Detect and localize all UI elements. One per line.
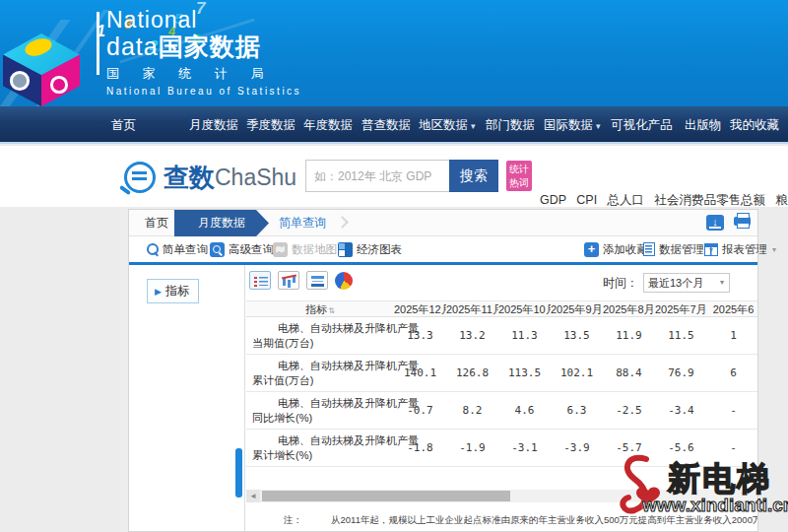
cell-value: 8.2 bbox=[446, 404, 498, 417]
cell-value: 6 bbox=[707, 366, 757, 379]
column-header[interactable]: 2025年11月⇅ bbox=[446, 301, 498, 316]
logo-divider-bar bbox=[97, 12, 99, 75]
report-manage-button[interactable]: 报表管理▾ bbox=[704, 236, 776, 262]
cell-value: -0.7 bbox=[394, 404, 446, 417]
brand-english-line2: data bbox=[106, 33, 159, 60]
table-view-icon[interactable] bbox=[249, 271, 271, 290]
search-button[interactable]: 搜索 bbox=[449, 160, 498, 192]
advanced-query-button[interactable]: 高级查询 bbox=[210, 236, 274, 262]
cell-value: -5.7 bbox=[603, 441, 655, 454]
table-row: 电梯、自动扶梯及升降机产量累计值(万台) 140.1 126.8 113.5 1… bbox=[246, 355, 757, 392]
cell-value: - bbox=[707, 441, 757, 454]
row-label: 电梯、自动扶梯及升降机产量当期值(万台) bbox=[246, 321, 394, 351]
data-table-area: 时间： 最近13个月▾ 指标⇅ 2025年12月⇅ 2025年11月⇅ 2025… bbox=[246, 265, 757, 531]
breadcrumb-simple-query[interactable]: 简单查询 bbox=[279, 210, 326, 236]
cell-value: -1.8 bbox=[394, 441, 446, 454]
footnote-prefix: 注： bbox=[284, 514, 302, 527]
advanced-search-icon bbox=[210, 242, 225, 257]
nav-item-departments[interactable]: 部门数据 bbox=[486, 106, 535, 144]
breadcrumb: 首页 月度数据 简单查询 ↓ bbox=[129, 210, 757, 236]
site-header: 7 5 3 4 6 1 2 National data国家数据 国 家 统 计 … bbox=[0, 0, 788, 106]
nav-item-visualization[interactable]: 可视化产品 bbox=[611, 106, 673, 144]
breadcrumb-home[interactable]: 首页 bbox=[145, 210, 168, 236]
chart-icon bbox=[338, 242, 353, 257]
tab-monthly-data[interactable]: 月度数据 bbox=[174, 210, 269, 236]
footnote: 注： 从2011年起，规模以上工业企业起点标准由原来的年主营业务收入500万元提… bbox=[246, 511, 757, 531]
column-header[interactable]: 2025年6 bbox=[707, 301, 757, 316]
main-nav: 首页 月度数据 季度数据 年度数据 普查数据 地区数据▾ 部门数据 国际数据▾ … bbox=[0, 106, 788, 144]
chashu-brand-en: ChaShu bbox=[215, 165, 296, 191]
cell-value: 126.8 bbox=[446, 366, 498, 379]
chashu-magnifier-icon bbox=[124, 162, 156, 193]
nav-item-publications[interactable]: 出版物 bbox=[685, 106, 722, 144]
chashu-brand-cn: 查数 bbox=[164, 161, 215, 195]
indicator-tree-button[interactable]: ▶指标 bbox=[147, 279, 199, 303]
cell-value: 13.2 bbox=[446, 329, 498, 342]
horizontal-scrollbar-thumb[interactable] bbox=[262, 491, 510, 501]
brand-english-line1: National bbox=[106, 8, 301, 33]
column-header[interactable]: 2025年8月⇅ bbox=[603, 301, 655, 316]
query-panel: 首页 月度数据 简单查询 ↓ 简单查询 高级查询 数据地图 经济图表 +添加收藏… bbox=[128, 209, 758, 532]
view-toggle-group bbox=[249, 271, 353, 290]
cell-value: 13.5 bbox=[551, 329, 603, 342]
hbar-chart-view-icon[interactable] bbox=[306, 271, 328, 290]
search-input[interactable] bbox=[305, 160, 449, 192]
document-icon bbox=[643, 242, 655, 256]
column-header-indicator[interactable]: 指标⇅ bbox=[246, 301, 394, 316]
pie-chart-view-icon[interactable] bbox=[335, 272, 353, 290]
column-header[interactable]: 2025年9月⇅ bbox=[551, 301, 603, 316]
print-icon[interactable] bbox=[734, 217, 751, 226]
plus-icon: + bbox=[584, 242, 599, 257]
data-manage-button[interactable]: 数据管理▾ bbox=[643, 236, 713, 262]
footnote-text: 从2011年起，规模以上工业企业起点标准由原来的年主营业务收入500万元提高到年… bbox=[331, 514, 757, 527]
column-header[interactable]: 2025年12月⇅ bbox=[394, 301, 446, 316]
cell-value: -3.4 bbox=[655, 404, 707, 417]
horizontal-scrollbar[interactable]: ◄ bbox=[246, 490, 757, 502]
row-label: 电梯、自动扶梯及升降机产量同比增长(%) bbox=[246, 396, 394, 426]
simple-query-button[interactable]: 简单查询 bbox=[147, 236, 208, 262]
chashu-search-bar: 查数 ChaShu 搜索 统计 热词 GDP CPI 总人口 社会消费品零售总额… bbox=[0, 146, 788, 207]
add-favorite-button[interactable]: +添加收藏 bbox=[584, 236, 648, 262]
nav-item-favorites[interactable]: 我的收藏 bbox=[730, 106, 779, 144]
nav-item-regional[interactable]: 地区数据▾ bbox=[419, 106, 476, 144]
nbs-cube-logo bbox=[3, 33, 80, 106]
nav-item-census[interactable]: 普查数据 bbox=[361, 106, 411, 144]
table-header-row: 指标⇅ 2025年12月⇅ 2025年11月⇅ 2025年10月⇅ 2025年9… bbox=[246, 300, 757, 317]
economic-charts-button[interactable]: 经济图表 bbox=[338, 236, 402, 262]
sort-icon: ⇅ bbox=[328, 306, 335, 315]
indicator-sidebar: ▶指标 bbox=[129, 265, 245, 531]
chevron-right-icon bbox=[336, 216, 349, 229]
map-icon bbox=[273, 242, 288, 257]
nav-item-annual[interactable]: 年度数据 bbox=[303, 106, 353, 144]
time-range-select[interactable]: 最近13个月▾ bbox=[643, 273, 730, 293]
row-label: 电梯、自动扶梯及升降机产量累计值(万台) bbox=[246, 359, 394, 388]
scroll-left-arrow-icon[interactable]: ◄ bbox=[246, 490, 260, 502]
national-data-page: 7 5 3 4 6 1 2 National data国家数据 国 家 统 计 … bbox=[0, 0, 788, 532]
time-range-control: 时间： 最近13个月▾ bbox=[603, 273, 730, 293]
column-header[interactable]: 2025年7月⇅ bbox=[655, 301, 707, 316]
cell-value: -5.6 bbox=[655, 441, 707, 454]
cell-value: 102.1 bbox=[551, 366, 603, 379]
query-toolbar: 简单查询 高级查询 数据地图 经济图表 +添加收藏 数据管理▾ 报表管理▾ bbox=[129, 236, 757, 262]
brand-chinese: 国家数据 bbox=[159, 33, 261, 60]
nav-item-quarterly[interactable]: 季度数据 bbox=[246, 106, 296, 144]
table-grid-icon bbox=[704, 243, 718, 256]
column-header[interactable]: 2025年10月⇅ bbox=[498, 301, 551, 316]
vertical-scrollbar-thumb[interactable] bbox=[235, 448, 242, 498]
cell-value: 11.3 bbox=[498, 329, 551, 342]
cell-value: -2.5 bbox=[603, 404, 655, 417]
nav-item-home[interactable]: 首页 bbox=[111, 106, 136, 144]
caret-down-icon: ▾ bbox=[471, 121, 476, 131]
nav-item-international[interactable]: 国际数据▾ bbox=[544, 106, 601, 144]
cell-value: 6.3 bbox=[551, 404, 603, 417]
nav-item-monthly[interactable]: 月度数据 bbox=[189, 106, 238, 144]
cell-value: 140.1 bbox=[394, 366, 446, 379]
data-map-button[interactable]: 数据地图 bbox=[273, 236, 337, 262]
bar-chart-view-icon[interactable] bbox=[278, 271, 299, 290]
caret-down-icon: ▾ bbox=[772, 245, 776, 254]
search-icon bbox=[147, 243, 159, 255]
bureau-name-en: National Bureau of Statistics bbox=[106, 86, 301, 97]
hot-words-badge: 统计 热词 bbox=[506, 161, 532, 191]
download-icon[interactable]: ↓ bbox=[706, 215, 724, 231]
arrow-right-icon: ▶ bbox=[155, 287, 162, 297]
